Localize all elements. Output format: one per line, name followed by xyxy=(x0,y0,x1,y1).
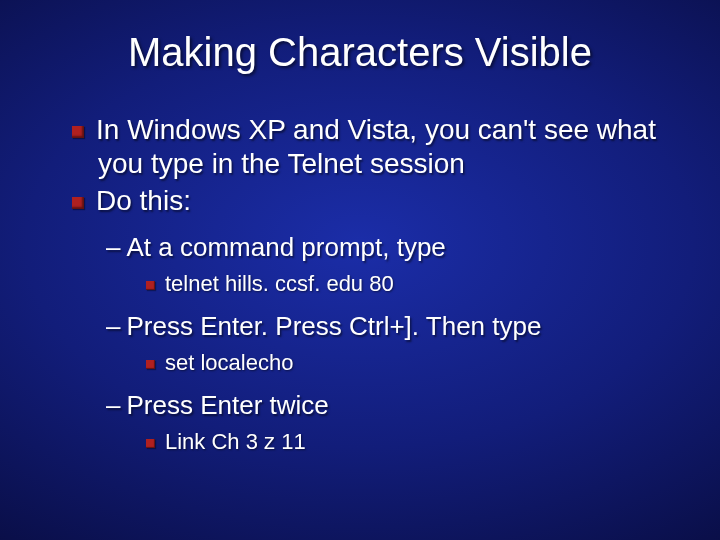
square-bullet-icon xyxy=(146,360,155,369)
dash-icon: – xyxy=(106,311,120,341)
bullet-level2: –At a command prompt, type xyxy=(106,232,680,263)
bullet-level2: –Press Enter twice xyxy=(106,390,680,421)
bullet-text: At a command prompt, type xyxy=(126,232,445,262)
dash-icon: – xyxy=(106,390,120,420)
slide-title: Making Characters Visible xyxy=(40,30,680,75)
bullet-level3: telnet hills. ccsf. edu 80 xyxy=(146,271,680,297)
square-bullet-icon xyxy=(72,126,84,138)
bullet-text: telnet hills. ccsf. edu 80 xyxy=(165,271,394,296)
bullet-text: In Windows XP and Vista, you can't see w… xyxy=(96,114,656,179)
bullet-level3: Link Ch 3 z 11 xyxy=(146,429,680,455)
bullet-level1: In Windows XP and Vista, you can't see w… xyxy=(72,113,680,181)
bullet-text: Press Enter. Press Ctrl+]. Then type xyxy=(126,311,541,341)
bullet-text: Do this: xyxy=(96,185,191,216)
slide: Making Characters Visible In Windows XP … xyxy=(0,0,720,540)
dash-icon: – xyxy=(106,232,120,262)
bullet-text: Link Ch 3 z 11 xyxy=(165,429,306,454)
bullet-level1: Do this: xyxy=(72,184,680,218)
square-bullet-icon xyxy=(72,197,84,209)
bullet-text: Press Enter twice xyxy=(126,390,328,420)
square-bullet-icon xyxy=(146,281,155,290)
bullet-level2: –Press Enter. Press Ctrl+]. Then type xyxy=(106,311,680,342)
square-bullet-icon xyxy=(146,439,155,448)
bullet-text: set localecho xyxy=(165,350,293,375)
bullet-level3: set localecho xyxy=(146,350,680,376)
